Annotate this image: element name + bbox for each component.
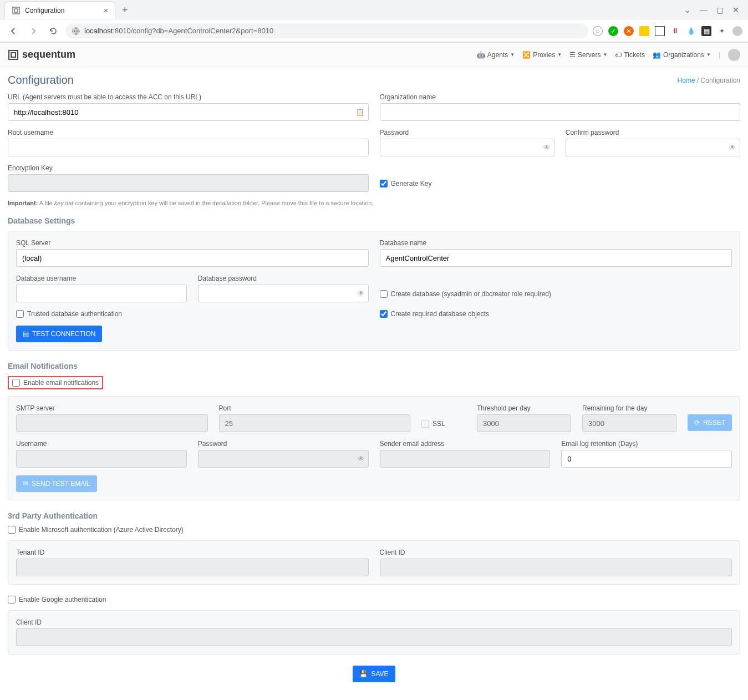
chevron-down-icon[interactable]: ⌄ xyxy=(684,6,691,14)
profile-icon[interactable] xyxy=(732,26,742,36)
user-avatar[interactable] xyxy=(728,49,740,61)
send-test-email-button[interactable]: ✉ SEND TEST EMAIL xyxy=(16,475,97,492)
app-header: sequentum 🤖 Agents ▼ 🔀 Proxies ▼ ☰ Serve… xyxy=(0,43,748,67)
nav-organizations[interactable]: 👥 Organizations ▼ xyxy=(653,51,711,59)
ext-icon-4[interactable] xyxy=(639,26,649,36)
nav-tickets[interactable]: 🏷 Tickets xyxy=(615,51,645,59)
ext-icon-6[interactable]: II xyxy=(670,26,680,36)
smtp-label: SMTP server xyxy=(16,404,208,412)
enable-email-highlight: Enable email notifications xyxy=(8,376,103,389)
svg-rect-3 xyxy=(9,50,18,59)
refresh-icon: ⟳ xyxy=(694,419,700,427)
db-username-input[interactable] xyxy=(16,285,187,302)
back-button[interactable] xyxy=(6,23,21,39)
ext-icon-1[interactable]: ○ xyxy=(593,26,603,36)
ext-icon-5[interactable] xyxy=(655,26,665,36)
new-tab-button[interactable]: + xyxy=(115,4,135,16)
auth-section-title: 3rd Party Authentication xyxy=(8,511,740,520)
eye-icon[interactable]: 👁 xyxy=(358,290,364,297)
puzzle-icon[interactable]: ✦ xyxy=(717,26,727,36)
db-section: SQL Server Database name Database userna… xyxy=(8,231,740,351)
create-db-checkbox-row[interactable]: Create database (sysadmin or dbcreator r… xyxy=(380,290,732,298)
create-objects-checkbox[interactable] xyxy=(380,310,388,318)
nav-servers[interactable]: ☰ Servers ▼ xyxy=(569,51,607,59)
eye-icon[interactable]: 👁 xyxy=(543,144,550,151)
reload-button[interactable] xyxy=(45,23,61,39)
page-title: Configuration xyxy=(8,74,74,87)
ssl-checkbox xyxy=(421,420,429,428)
threshold-label: Threshold per day xyxy=(477,404,571,412)
eye-icon[interactable]: 👁 xyxy=(729,144,736,151)
password-input[interactable] xyxy=(380,139,554,156)
ext-icon-2[interactable]: ✓ xyxy=(608,26,618,36)
enable-email-checkbox[interactable] xyxy=(12,379,20,387)
google-auth-checkbox-row[interactable]: Enable Google authentication xyxy=(8,596,740,603)
db-password-label: Database password xyxy=(198,275,369,282)
test-connection-button[interactable]: ▤ TEST CONNECTION xyxy=(16,326,102,342)
email-password-input xyxy=(198,450,369,468)
nav-separator: | xyxy=(719,51,720,59)
tenant-id-label: Tenant ID xyxy=(16,549,369,556)
nav-proxies[interactable]: 🔀 Proxies ▼ xyxy=(522,51,562,59)
save-icon: 💾 xyxy=(359,670,368,678)
brand-logo[interactable]: sequentum xyxy=(8,49,75,60)
globe-icon xyxy=(72,27,80,35)
generate-key-checkbox[interactable] xyxy=(380,180,388,187)
close-window-icon[interactable]: ✕ xyxy=(732,6,739,14)
address-bar: localhost:8010/config?db=AgentControlCen… xyxy=(0,20,748,42)
tab-favicon-icon xyxy=(12,6,21,15)
tab-close-icon[interactable]: × xyxy=(104,6,108,15)
minimize-icon[interactable]: — xyxy=(700,6,708,14)
brand-logo-icon xyxy=(8,49,19,60)
ticket-icon: 🏷 xyxy=(615,51,622,59)
enable-email-checkbox-row[interactable]: Enable email notifications xyxy=(12,379,99,387)
ext-icon-7[interactable]: 💧 xyxy=(686,26,696,36)
caret-down-icon: ▼ xyxy=(510,52,515,57)
email-username-input xyxy=(16,450,187,468)
url-bar[interactable]: localhost:8010/config?db=AgentControlCen… xyxy=(65,23,588,38)
browser-tab[interactable]: Configuration × xyxy=(4,1,115,19)
db-name-input[interactable] xyxy=(380,249,732,267)
clipboard-icon[interactable]: 📋 xyxy=(356,108,364,116)
ms-auth-checkbox[interactable] xyxy=(8,526,16,534)
window-controls: ⌄ — ▢ ✕ xyxy=(684,6,748,14)
sql-server-label: SQL Server xyxy=(16,239,369,247)
google-client-id-input xyxy=(16,628,732,646)
confirm-password-input[interactable] xyxy=(566,139,740,156)
google-auth-checkbox[interactable] xyxy=(8,596,16,603)
trusted-auth-checkbox[interactable] xyxy=(16,310,24,318)
create-objects-checkbox-row[interactable]: Create required database objects xyxy=(380,310,732,318)
generate-key-checkbox-row[interactable]: Generate Key xyxy=(380,180,741,187)
browser-chrome: Configuration × + ⌄ — ▢ ✕ localhost:8010… xyxy=(0,0,748,43)
database-icon: ▤ xyxy=(23,330,29,338)
sender-label: Sender email address xyxy=(380,440,551,448)
url-input[interactable] xyxy=(8,103,369,121)
db-name-label: Database name xyxy=(380,239,732,247)
retention-label: Email log retention (Days) xyxy=(561,440,732,448)
db-password-input[interactable] xyxy=(198,285,369,302)
ext-icon-3[interactable]: ✕ xyxy=(624,26,634,36)
confirm-password-label: Confirm password xyxy=(566,129,740,136)
ext-icon-8[interactable]: ▦ xyxy=(701,26,711,36)
encryption-key-input xyxy=(8,174,369,192)
retention-input[interactable] xyxy=(561,450,732,468)
maximize-icon[interactable]: ▢ xyxy=(716,6,724,14)
port-label: Port xyxy=(219,404,411,412)
create-db-checkbox[interactable] xyxy=(380,290,388,298)
encryption-note: Important: A file key.dat containing you… xyxy=(8,200,740,206)
port-input xyxy=(219,414,411,432)
eye-icon: 👁 xyxy=(358,455,364,463)
breadcrumb-home[interactable]: Home xyxy=(678,77,695,84)
nav-agents[interactable]: 🤖 Agents ▼ xyxy=(477,51,515,59)
sql-server-input[interactable] xyxy=(16,249,369,267)
org-name-input[interactable] xyxy=(380,103,741,121)
reset-button[interactable]: ⟳ RESET xyxy=(688,414,732,431)
url-label: URL (Agent servers must be able to acces… xyxy=(8,93,369,101)
org-name-label: Organization name xyxy=(380,93,741,101)
trusted-auth-checkbox-row[interactable]: Trusted database authentication xyxy=(16,310,369,318)
forward-button[interactable] xyxy=(26,23,41,39)
tenant-id-input xyxy=(16,559,369,576)
save-button[interactable]: 💾 SAVE xyxy=(353,666,395,682)
ms-auth-checkbox-row[interactable]: Enable Microsoft authentication (Azure A… xyxy=(8,526,740,534)
root-username-input[interactable] xyxy=(8,139,369,156)
